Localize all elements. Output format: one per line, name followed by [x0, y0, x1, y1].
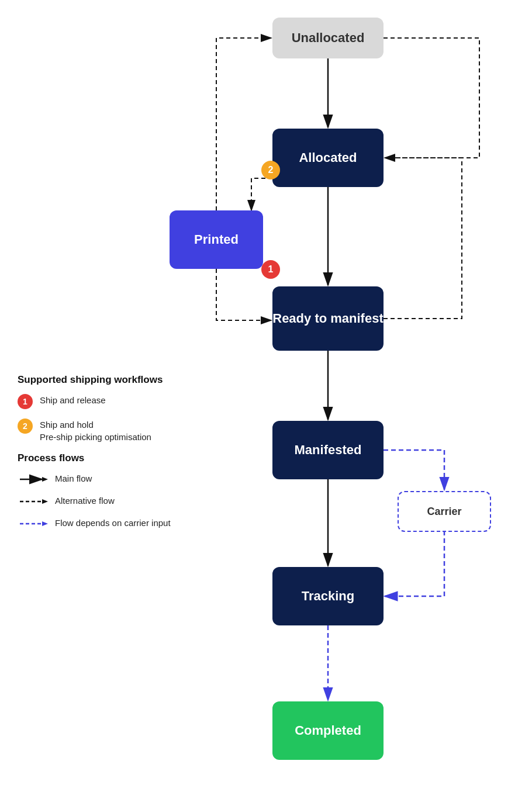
node-carrier-label: Carrier	[427, 506, 461, 518]
node-allocated-label: Allocated	[299, 150, 357, 165]
node-unallocated-label: Unallocated	[292, 30, 365, 46]
node-printed: Printed	[170, 210, 263, 269]
legend-item-main-flow: Main flow	[18, 472, 216, 485]
badge-1: 1	[261, 260, 280, 279]
legend-alt-flow-label: Alternative flow	[55, 494, 115, 507]
legend-main-flow-label: Main flow	[55, 472, 92, 485]
legend-item-carrier-flow: Flow depends on carrier input	[18, 517, 216, 530]
alt-flow-icon	[18, 496, 48, 507]
node-carrier: Carrier	[398, 491, 491, 532]
node-unallocated: Unallocated	[272, 18, 384, 58]
node-allocated: Allocated	[272, 129, 384, 187]
node-completed-label: Completed	[295, 723, 361, 738]
node-ready: Ready to manifest	[272, 286, 384, 351]
node-tracking-label: Tracking	[302, 589, 354, 604]
legend-badge-2: 2	[18, 419, 33, 434]
svg-marker-9	[42, 477, 48, 482]
legend-item-workflow1: 1 Ship and release	[18, 394, 216, 409]
diagram-container: Unallocated Allocated Printed Ready to m…	[0, 0, 532, 785]
legend-workflow2-label: Ship and hold Pre-ship picking optimisat…	[40, 419, 151, 443]
svg-marker-13	[42, 521, 48, 526]
workflows-title: Supported shipping workflows	[18, 374, 216, 386]
node-manifested-label: Manifested	[295, 442, 362, 458]
legend-item-workflow2: 2 Ship and hold Pre-ship picking optimis…	[18, 419, 216, 443]
legend: Supported shipping workflows 1 Ship and …	[18, 374, 216, 539]
legend-badge-1: 1	[18, 394, 33, 409]
main-flow-icon	[18, 473, 48, 485]
node-tracking: Tracking	[272, 567, 384, 625]
node-manifested: Manifested	[272, 421, 384, 479]
node-completed: Completed	[272, 701, 384, 760]
node-printed-label: Printed	[194, 232, 239, 247]
svg-marker-11	[42, 499, 48, 504]
legend-workflow1-label: Ship and release	[40, 394, 106, 406]
flows-title: Process flows	[18, 452, 216, 464]
carrier-flow-icon	[18, 518, 48, 530]
legend-item-alt-flow: Alternative flow	[18, 494, 216, 507]
badge-2: 2	[261, 161, 280, 179]
node-ready-label: Ready to manifest	[272, 311, 384, 326]
legend-carrier-flow-label: Flow depends on carrier input	[55, 517, 171, 529]
